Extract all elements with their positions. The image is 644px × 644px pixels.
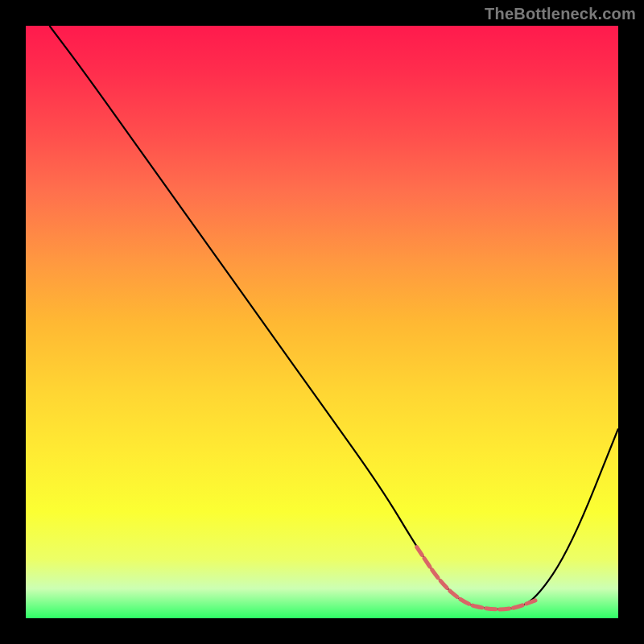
bottleneck-curve: [49, 26, 618, 609]
highlight-segment: [417, 547, 535, 609]
curve-overlay: [26, 26, 618, 618]
watermark-text: TheBottleneck.com: [485, 5, 636, 23]
chart-container: TheBottleneck.com: [0, 0, 644, 644]
